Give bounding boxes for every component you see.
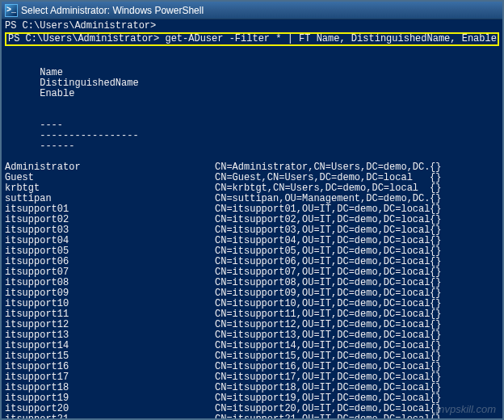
cell-dn: CN=itsupport08,OU=IT,DC=demo,DC=local — [215, 278, 430, 288]
cell-name: itsupport02 — [5, 215, 215, 225]
table-row: itsupport03CN=itsupport03,OU=IT,DC=demo,… — [5, 225, 499, 236]
cell-name: itsupport10 — [5, 299, 215, 309]
cell-dn: CN=Administrator,CN=Users,DC=demo,DC... — [215, 162, 430, 173]
table-row: itsupport05CN=itsupport05,OU=IT,DC=demo,… — [5, 246, 499, 257]
table-row: itsupport19CN=itsupport19,OU=IT,DC=demo,… — [5, 393, 499, 404]
terminal-area[interactable]: PS C:\Users\Administrator> PS C:\Users\A… — [2, 19, 502, 418]
table-row: itsupport14CN=itsupport14,OU=IT,DC=demo,… — [5, 341, 499, 351]
powershell-window: >_ Select Administrator: Windows PowerSh… — [0, 0, 504, 420]
powershell-icon: >_ — [5, 4, 18, 17]
cell-name: itsupport03 — [5, 225, 215, 236]
table-row: itsupport01CN=itsupport01,OU=IT,DC=demo,… — [5, 204, 499, 215]
cell-dn: CN=itsupport18,OU=IT,DC=demo,DC=local — [215, 383, 430, 393]
cell-name: itsupport14 — [5, 341, 215, 351]
cell-name: itsupport06 — [5, 257, 215, 267]
table-row: itsupport16CN=itsupport16,OU=IT,DC=demo,… — [5, 362, 499, 372]
cell-dn: CN=itsupport07,OU=IT,DC=demo,DC=local — [215, 267, 430, 278]
cell-name: itsupport05 — [5, 246, 215, 257]
cell-name: itsupport11 — [5, 309, 215, 320]
table-row: itsupport12CN=itsupport12,OU=IT,DC=demo,… — [5, 320, 499, 330]
header-dn: DistinguishedName — [40, 78, 138, 89]
cell-dn: CN=itsupport09,OU=IT,DC=demo,DC=local — [215, 288, 430, 299]
cell-dn: CN=itsupport17,OU=IT,DC=demo,DC=local — [215, 372, 430, 383]
cell-name: itsupport21 — [5, 414, 215, 418]
table-row: itsupport06CN=itsupport06,OU=IT,DC=demo,… — [5, 257, 499, 267]
table-row: itsupport20CN=itsupport20,OU=IT,DC=demo,… — [5, 404, 499, 414]
table-row: itsupport21CN=itsupport21,OU=IT,DC=demo,… — [5, 414, 499, 418]
cell-name: itsupport08 — [5, 278, 215, 288]
cell-dn: CN=suttipan,OU=Management,DC=demo,DC... — [215, 194, 430, 204]
header-enable: Enable — [40, 88, 74, 99]
table-row: itsupport07CN=itsupport07,OU=IT,DC=demo,… — [5, 267, 499, 278]
cell-name: krbtgt — [5, 183, 215, 194]
table-row: itsupport11CN=itsupport11,OU=IT,DC=demo,… — [5, 309, 499, 320]
cell-name: itsupport12 — [5, 320, 215, 330]
cell-dn: CN=itsupport15,OU=IT,DC=demo,DC=local — [215, 351, 430, 362]
cell-dn: CN=itsupport19,OU=IT,DC=demo,DC=local — [215, 393, 430, 404]
cell-name: itsupport07 — [5, 267, 215, 278]
cell-name: itsupport18 — [5, 383, 215, 393]
table-row: itsupport15CN=itsupport15,OU=IT,DC=demo,… — [5, 351, 499, 362]
cell-dn: CN=itsupport14,OU=IT,DC=demo,DC=local — [215, 341, 430, 351]
table-row: krbtgtCN=krbtgt,CN=Users,DC=demo,DC=loca… — [5, 183, 499, 194]
window-title: Select Administrator: Windows PowerShell — [21, 5, 204, 16]
divider-enable: ------ — [40, 141, 74, 152]
table-row: itsupport09CN=itsupport09,OU=IT,DC=demo,… — [5, 288, 499, 299]
table-row: itsupport17CN=itsupport17,OU=IT,DC=demo,… — [5, 372, 499, 383]
cell-dn: CN=itsupport13,OU=IT,DC=demo,DC=local — [215, 330, 430, 341]
divider-dn: ----------------- — [40, 130, 138, 141]
cell-name: itsupport01 — [5, 204, 215, 215]
cell-dn: CN=itsupport02,OU=IT,DC=demo,DC=local — [215, 215, 430, 225]
cell-name: itsupport13 — [5, 330, 215, 341]
cell-name: itsupport20 — [5, 404, 215, 414]
cell-name: suttipan — [5, 194, 215, 204]
table-row: GuestCN=Guest,CN=Users,DC=demo,DC=local{… — [5, 173, 499, 183]
table-row: itsupport04CN=itsupport04,OU=IT,DC=demo,… — [5, 236, 499, 246]
cell-name: itsupport17 — [5, 372, 215, 383]
cell-dn: CN=krbtgt,CN=Users,DC=demo,DC=local — [215, 183, 430, 194]
cell-dn: CN=itsupport05,OU=IT,DC=demo,DC=local — [215, 246, 430, 257]
cell-name: itsupport09 — [5, 288, 215, 299]
cell-name: itsupport16 — [5, 362, 215, 372]
prompt-line-1: PS C:\Users\Administrator> — [5, 21, 499, 32]
table-rows: AdministratorCN=Administrator,CN=Users,D… — [5, 162, 499, 418]
highlighted-command: PS C:\Users\Administrator> get-ADuser -F… — [5, 32, 499, 46]
cell-dn: CN=itsupport06,OU=IT,DC=demo,DC=local — [215, 257, 430, 267]
table-divider: ---- ----------------- ------ — [5, 110, 499, 162]
cell-dn: CN=itsupport20,OU=IT,DC=demo,DC=local — [215, 404, 430, 414]
table-row: itsupport08CN=itsupport08,OU=IT,DC=demo,… — [5, 278, 499, 288]
header-name: Name — [40, 67, 63, 78]
table-row: AdministratorCN=Administrator,CN=Users,D… — [5, 162, 499, 173]
table-header: Name DistinguishedName Enable — [5, 57, 499, 110]
cell-dn: CN=itsupport04,OU=IT,DC=demo,DC=local — [215, 236, 430, 246]
cell-name: Guest — [5, 173, 215, 183]
cell-name: itsupport15 — [5, 351, 215, 362]
divider-name: ---- — [40, 120, 63, 131]
watermark: mvpskill.com — [436, 403, 496, 415]
cell-dn: CN=itsupport12,OU=IT,DC=demo,DC=local — [215, 320, 430, 330]
cell-dn: CN=Guest,CN=Users,DC=demo,DC=local — [215, 173, 430, 183]
table-row: itsupport02CN=itsupport02,OU=IT,DC=demo,… — [5, 215, 499, 225]
cell-dn: CN=itsupport10,OU=IT,DC=demo,DC=local — [215, 299, 430, 309]
cell-name: itsupport04 — [5, 236, 215, 246]
blank-line — [5, 47, 499, 57]
table-row: itsupport18CN=itsupport18,OU=IT,DC=demo,… — [5, 383, 499, 393]
cell-name: Administrator — [5, 162, 215, 173]
cell-dn: CN=itsupport16,OU=IT,DC=demo,DC=local — [215, 362, 430, 372]
table-row: itsupport10CN=itsupport10,OU=IT,DC=demo,… — [5, 299, 499, 309]
cell-name: itsupport19 — [5, 393, 215, 404]
cell-dn: CN=itsupport03,OU=IT,DC=demo,DC=local — [215, 225, 430, 236]
command-text: PS C:\Users\Administrator> get-ADuser -F… — [8, 33, 497, 44]
cell-dn: CN=itsupport01,OU=IT,DC=demo,DC=local — [215, 204, 430, 215]
cell-dn: CN=itsupport11,OU=IT,DC=demo,DC=local — [215, 309, 430, 320]
titlebar[interactable]: >_ Select Administrator: Windows PowerSh… — [2, 2, 502, 19]
table-row: itsupport13CN=itsupport13,OU=IT,DC=demo,… — [5, 330, 499, 341]
table-row: suttipanCN=suttipan,OU=Management,DC=dem… — [5, 194, 499, 204]
cell-dn: CN=itsupport21,OU=IT,DC=demo,DC=local — [215, 414, 430, 418]
